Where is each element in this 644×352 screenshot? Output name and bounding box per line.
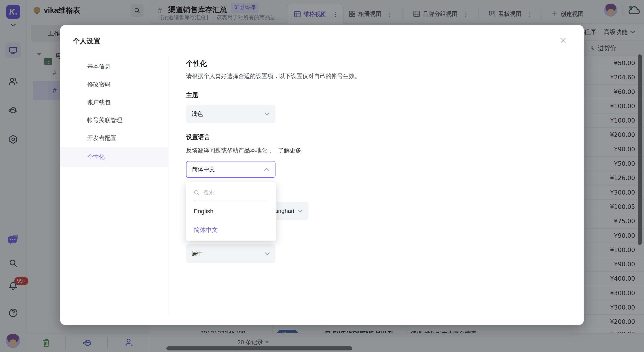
settings-menu-developer[interactable]: 开发者配置	[60, 129, 168, 147]
settings-menu-personalization[interactable]: 个性化	[60, 147, 168, 166]
chevron-down-icon	[298, 209, 303, 213]
close-icon[interactable]	[558, 36, 568, 45]
section-heading: 个性化	[186, 59, 207, 68]
language-value: 简体中文	[192, 166, 215, 173]
language-desc: 反馈翻译问题或帮助产品本地化， 了解更多	[186, 146, 301, 154]
theme-label: 主题	[186, 91, 198, 99]
settings-menu-change-password[interactable]: 修改密码	[60, 75, 168, 93]
language-option-english[interactable]: English	[194, 208, 214, 215]
align-value: 居中	[192, 250, 203, 258]
settings-menu-account-link[interactable]: 帐号关联管理	[60, 111, 168, 129]
theme-value: 浅色	[192, 110, 203, 118]
theme-select[interactable]: 浅色	[186, 105, 276, 123]
align-select[interactable]: 居中	[186, 244, 276, 263]
search-icon	[194, 190, 200, 196]
section-subtitle: 请根据个人喜好选择合适的设置项，以下设置仅对自己的帐号生效。	[186, 72, 360, 80]
language-desc-text: 反馈翻译问题或帮助产品本地化，	[186, 147, 273, 154]
modal-title: 个人设置	[73, 36, 100, 46]
timezone-value-fragment: anghai)	[275, 208, 294, 214]
settings-menu-basic-info[interactable]: 基本信息	[60, 58, 168, 75]
chevron-down-icon	[264, 112, 270, 116]
language-dropdown: English 简体中文	[186, 182, 276, 241]
personal-settings-modal: 个人设置 基本信息 修改密码 账户钱包 帐号关联管理 开发者配置 个性化 个性化…	[60, 25, 584, 325]
settings-menu-wallet[interactable]: 账户钱包	[60, 93, 168, 111]
language-search-input[interactable]	[202, 189, 260, 196]
search-underline	[194, 201, 268, 201]
chevron-down-icon	[264, 252, 270, 256]
language-select[interactable]: 简体中文	[186, 161, 276, 178]
app-root: vika维格表 工作 电 # # K.	[0, 0, 644, 352]
language-label: 设置语言	[186, 133, 210, 141]
modal-sidebar-divider	[168, 56, 168, 314]
language-option-chinese[interactable]: 简体中文	[194, 226, 218, 234]
chevron-up-icon	[264, 168, 270, 171]
learn-more-link[interactable]: 了解更多	[278, 147, 301, 154]
